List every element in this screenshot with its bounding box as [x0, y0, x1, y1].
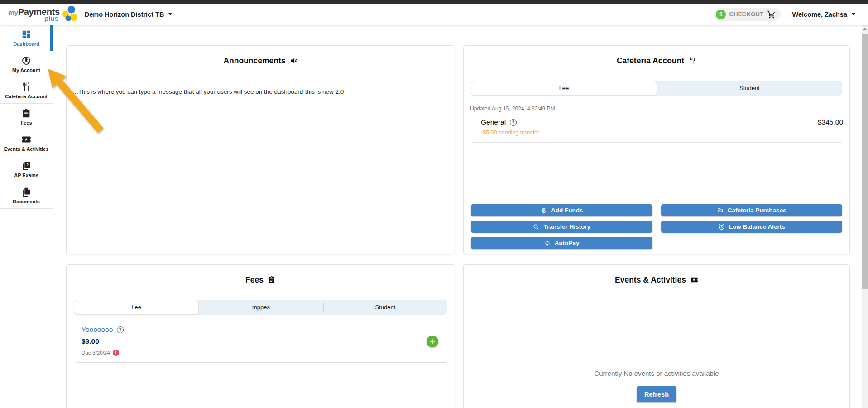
divider: [471, 142, 842, 143]
fees-header: Fees: [67, 265, 455, 295]
low-balance-alerts-button[interactable]: Low Balance Alerts: [661, 221, 843, 233]
cafeteria-title: Cafeteria Account: [617, 56, 684, 66]
sidebar-item-cafeteria-account[interactable]: Cafeteria Account: [0, 77, 53, 104]
scrollbar-up-button[interactable]: [862, 25, 868, 32]
header-right: 1 CHECKOUT Welcome, Zachsa: [714, 8, 868, 21]
account-name: General ?: [481, 118, 517, 126]
utensils-icon: [21, 82, 31, 92]
dashboard-page: myPayments plus Demo Horizon District TB…: [0, 0, 868, 408]
page-scrollbar[interactable]: [862, 25, 868, 408]
sidebar-item-fees[interactable]: Fees: [0, 104, 53, 130]
refresh-button[interactable]: Refresh: [637, 386, 676, 402]
balance-amount: $345.00: [818, 118, 843, 126]
sidebar-item-label: My Account: [12, 67, 40, 73]
dollar-icon: $: [540, 207, 547, 214]
welcome-text: Welcome, Zachsa: [792, 11, 847, 18]
fee-due-text: Due 3/20/24: [82, 350, 110, 355]
help-icon[interactable]: ?: [117, 326, 124, 333]
sidebar-item-documents[interactable]: Documents: [0, 182, 53, 209]
cafeteria-account-card: Cafeteria Account Lee Student Updated Au…: [463, 45, 850, 254]
events-activities-card: Events & Activities Currently No events …: [463, 264, 850, 408]
account-name-label: General: [481, 118, 506, 126]
cart-count-badge: 1: [716, 10, 726, 19]
svg-text:?: ?: [26, 163, 29, 167]
sidebar-item-label: Dashboard: [13, 41, 39, 47]
district-name: Demo Horizon District TB: [85, 11, 164, 18]
fee-name-link[interactable]: Yooooooo: [82, 326, 113, 334]
announcements-title: Announcements: [223, 56, 285, 66]
cafeteria-header: Cafeteria Account: [464, 46, 849, 76]
app-header: myPayments plus Demo Horizon District TB…: [0, 4, 868, 25]
fees-student-tabs: Lee mppes Student: [74, 300, 447, 315]
documents-icon: [21, 187, 31, 197]
checkout-label: CHECKOUT: [729, 11, 763, 18]
announcements-header: Announcements: [67, 46, 455, 76]
sidebar-item-label: AP Exams: [14, 173, 38, 178]
add-fee-to-cart-button[interactable]: +: [427, 336, 438, 347]
tab-mppes[interactable]: mppes: [199, 300, 323, 315]
sidebar-item-label: Events & Activities: [4, 146, 49, 152]
button-label: Add Funds: [551, 207, 583, 214]
sidebar-item-dashboard[interactable]: Dashboard: [0, 25, 53, 51]
sidebar-item-ap-exams[interactable]: ? AP Exams: [0, 156, 53, 182]
logo-wordmark: myPayments plus: [8, 7, 60, 22]
search-list-icon: [717, 207, 724, 214]
ticket-icon: [690, 276, 698, 284]
fees-card: Fees Lee mppes Student Yooooooo ? $3.00 …: [66, 264, 455, 408]
tab-lee[interactable]: Lee: [74, 300, 199, 315]
cafeteria-purchases-button[interactable]: Cafeteria Purchases: [661, 204, 843, 216]
events-title: Events & Activities: [615, 275, 686, 285]
fee-due: Due 3/20/24 !: [82, 350, 446, 356]
overdue-alert-icon: !: [113, 350, 119, 356]
megaphone-icon: [290, 57, 298, 65]
chevron-down-icon: [852, 13, 855, 15]
sidebar-item-label: Cafeteria Account: [5, 94, 48, 99]
clipboard-icon: [268, 276, 276, 284]
transfer-history-button[interactable]: Transfer History: [471, 221, 652, 233]
button-label: Low Balance Alerts: [729, 223, 785, 230]
fee-list-item: Yooooooo ? $3.00 Due 3/20/24 ! +: [77, 326, 446, 363]
balance-updated-timestamp: Updated Aug 15, 2024, 4:32:49 PM: [470, 106, 842, 112]
scrollbar-thumb[interactable]: [862, 34, 868, 289]
autopay-button[interactable]: AutoPay: [471, 237, 652, 249]
tab-student[interactable]: Student: [323, 300, 447, 315]
account-icon: [21, 56, 31, 66]
events-header: Events & Activities: [464, 265, 849, 295]
mypaymentsplus-logo[interactable]: myPayments plus: [8, 5, 78, 24]
user-menu[interactable]: Welcome, Zachsa: [792, 11, 855, 18]
add-funds-button[interactable]: $ Add Funds: [471, 204, 652, 216]
events-empty-message: Currently No events or activities availa…: [464, 370, 849, 377]
quiz-icon: ?: [21, 161, 31, 171]
balance-row: General ? $345.00: [481, 118, 843, 126]
button-label: Transfer History: [543, 223, 590, 230]
triangle-up-icon: [863, 28, 867, 30]
logo-circles-icon: [61, 5, 78, 24]
announcements-card: Announcements ..This is where you can ty…: [66, 45, 455, 254]
tab-student[interactable]: Student: [657, 81, 842, 96]
cafeteria-actions: $ Add Funds Cafeteria Purchases Transfer…: [471, 204, 842, 249]
button-label: AutoPay: [555, 240, 580, 246]
pending-transfer-note: -$5.00 pending transfer: [481, 130, 842, 136]
sidebar: Dashboard My Account Cafeteria Account F…: [0, 25, 53, 408]
district-selector[interactable]: Demo Horizon District TB: [85, 11, 173, 18]
browser-top-strip: [0, 0, 868, 4]
alarm-icon: [718, 223, 725, 230]
logo-my: my: [8, 9, 18, 16]
sidebar-item-my-account[interactable]: My Account: [0, 51, 53, 77]
tab-lee[interactable]: Lee: [471, 81, 657, 96]
autorenew-icon: [544, 240, 551, 247]
sidebar-item-label: Fees: [20, 120, 32, 125]
checkout-button[interactable]: 1 CHECKOUT: [714, 8, 780, 21]
cart-icon: [767, 10, 776, 19]
announcement-message: ..This is where you can type a message t…: [67, 76, 455, 107]
clipboard-icon: [21, 108, 31, 118]
cafeteria-student-tabs: Lee Student: [471, 81, 842, 96]
fee-name: Yooooooo ?: [82, 326, 446, 334]
ticket-icon: [21, 134, 31, 144]
fees-title: Fees: [245, 275, 264, 285]
search-icon: [532, 223, 540, 230]
utensils-icon: [688, 57, 696, 65]
dashboard-icon: [21, 29, 31, 39]
sidebar-item-events-activities[interactable]: Events & Activities: [0, 130, 53, 156]
help-icon[interactable]: ?: [510, 119, 517, 126]
